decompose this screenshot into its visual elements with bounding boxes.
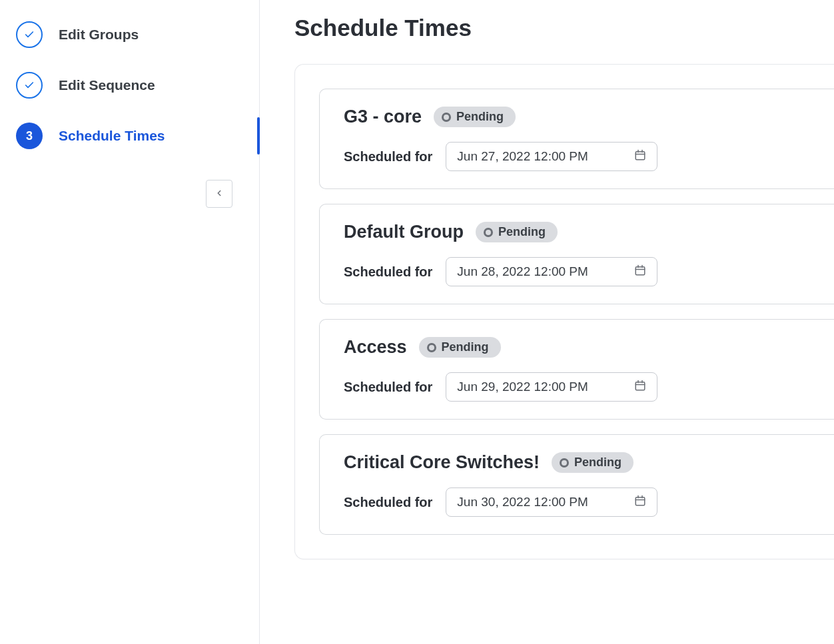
group-name: G3 - core <box>344 107 422 127</box>
scheduled-for-label: Scheduled for <box>344 264 432 280</box>
svg-rect-0 <box>636 152 645 160</box>
wizard-step-edit-groups[interactable]: Edit Groups <box>0 9 259 60</box>
datetime-picker[interactable]: Jun 29, 2022 12:00 PM <box>446 372 657 402</box>
datetime-value: Jun 28, 2022 12:00 PM <box>457 264 588 279</box>
svg-rect-12 <box>636 497 645 505</box>
chevron-left-icon <box>214 188 224 200</box>
main-content: Schedule Times G3 - core Pending Schedul… <box>260 0 834 644</box>
scheduled-for-label: Scheduled for <box>344 149 432 164</box>
schedule-cards-container: G3 - core Pending Scheduled for Jun 27, … <box>294 64 834 559</box>
active-step-marker <box>257 117 260 155</box>
datetime-picker[interactable]: Jun 30, 2022 12:00 PM <box>446 487 657 517</box>
status-badge: Pending <box>552 452 633 473</box>
calendar-icon <box>634 380 646 394</box>
svg-rect-8 <box>636 382 645 390</box>
calendar-icon <box>634 149 646 164</box>
status-text: Pending <box>574 456 622 470</box>
status-text: Pending <box>456 110 504 124</box>
wizard-step-edit-sequence[interactable]: Edit Sequence <box>0 60 259 111</box>
schedule-card: Access Pending Scheduled for Jun 29, 202… <box>319 319 834 420</box>
datetime-value: Jun 29, 2022 12:00 PM <box>457 380 588 394</box>
group-name: Default Group <box>344 222 464 242</box>
check-icon <box>16 21 43 48</box>
pending-status-icon <box>484 228 493 237</box>
datetime-picker[interactable]: Jun 27, 2022 12:00 PM <box>446 142 657 171</box>
pending-status-icon <box>560 458 569 468</box>
schedule-card: Critical Core Switches! Pending Schedule… <box>319 434 834 535</box>
datetime-picker[interactable]: Jun 28, 2022 12:00 PM <box>446 257 657 286</box>
page-title: Schedule Times <box>294 15 834 41</box>
datetime-value: Jun 30, 2022 12:00 PM <box>457 495 588 509</box>
step-number-badge: 3 <box>16 123 43 149</box>
svg-rect-4 <box>636 267 645 275</box>
pending-status-icon <box>442 113 451 122</box>
status-badge: Pending <box>434 107 516 127</box>
pending-status-icon <box>427 343 436 352</box>
wizard-step-schedule-times[interactable]: 3 Schedule Times <box>0 111 259 161</box>
wizard-step-label: Edit Sequence <box>59 77 155 93</box>
status-text: Pending <box>498 225 546 239</box>
check-icon <box>16 72 43 99</box>
group-name: Access <box>344 337 407 358</box>
status-text: Pending <box>442 340 489 354</box>
calendar-icon <box>634 495 646 509</box>
collapse-sidebar-button[interactable] <box>206 180 232 208</box>
wizard-step-label: Edit Groups <box>59 27 139 43</box>
calendar-icon <box>634 264 646 279</box>
scheduled-for-label: Scheduled for <box>344 495 432 510</box>
schedule-card: Default Group Pending Scheduled for Jun … <box>319 204 834 304</box>
status-badge: Pending <box>476 222 558 242</box>
status-badge: Pending <box>419 337 501 358</box>
datetime-value: Jun 27, 2022 12:00 PM <box>457 149 588 164</box>
wizard-sidebar: Edit Groups Edit Sequence 3 Schedule Tim… <box>0 0 260 644</box>
wizard-step-label: Schedule Times <box>59 128 165 144</box>
schedule-card: G3 - core Pending Scheduled for Jun 27, … <box>319 89 834 189</box>
group-name: Critical Core Switches! <box>344 452 540 473</box>
scheduled-for-label: Scheduled for <box>344 380 432 395</box>
